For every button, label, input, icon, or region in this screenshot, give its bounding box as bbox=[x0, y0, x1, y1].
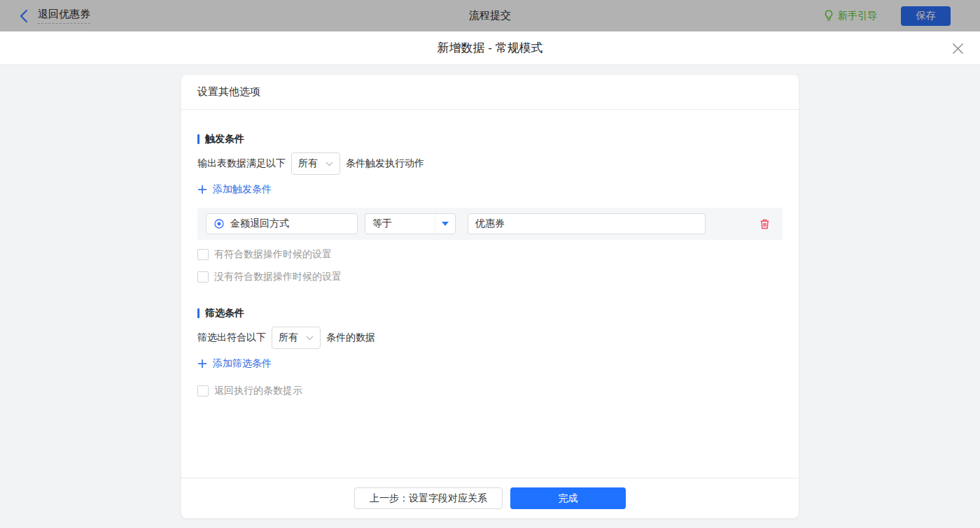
checkbox-icon[interactable] bbox=[197, 385, 209, 397]
modal-header: 新增数据 - 常规模式 bbox=[0, 31, 980, 65]
checkbox-has-match-setting[interactable]: 有符合数据操作时候的设置 bbox=[197, 248, 332, 261]
filter-match-value: 所有 bbox=[279, 331, 298, 344]
filter-sentence: 筛选出符合以下 所有 条件的数据 bbox=[197, 327, 783, 349]
lightbulb-icon bbox=[824, 10, 834, 22]
checkbox-no-match-setting[interactable]: 没有符合数据操作时候的设置 bbox=[197, 271, 342, 283]
trigger-sentence-prefix: 输出表数据满足以下 bbox=[197, 157, 286, 170]
chevron-down-icon bbox=[306, 336, 314, 341]
filter-sentence-prefix: 筛选出符合以下 bbox=[197, 331, 266, 344]
topbar: 退回优惠券 流程提交 新手引导 保存 bbox=[0, 0, 980, 31]
trigger-match-value: 所有 bbox=[298, 157, 318, 170]
trigger-condition-row: 金额退回方式 等于 优惠券 bbox=[197, 208, 783, 240]
trigger-sentence: 输出表数据满足以下 所有 条件触发执行动作 bbox=[197, 152, 783, 175]
caret-down-icon bbox=[435, 214, 455, 234]
condition-value-input[interactable]: 优惠券 bbox=[468, 213, 706, 234]
back-chevron-icon bbox=[20, 9, 28, 23]
topbar-left: 退回优惠券 bbox=[20, 8, 90, 24]
checkbox-count-tip[interactable]: 返回执行的条数提示 bbox=[197, 385, 302, 397]
panel-header: 设置其他选项 bbox=[181, 75, 799, 110]
panel-footer: 上一步：设置字段对应关系 完成 bbox=[181, 478, 799, 518]
delete-condition-button[interactable] bbox=[758, 217, 771, 230]
checkbox-icon[interactable] bbox=[197, 271, 209, 283]
checkbox-icon[interactable] bbox=[197, 249, 209, 260]
add-trigger-condition-label: 添加触发条件 bbox=[213, 183, 272, 196]
filter-match-select[interactable]: 所有 bbox=[272, 327, 321, 349]
settings-panel: 设置其他选项 触发条件 输出表数据满足以下 所有 条件触发执行动作 bbox=[181, 75, 799, 518]
finish-button[interactable]: 完成 bbox=[510, 487, 626, 509]
condition-operator-select[interactable]: 等于 bbox=[365, 213, 456, 234]
back-button[interactable] bbox=[20, 9, 28, 23]
trigger-match-select[interactable]: 所有 bbox=[291, 152, 340, 175]
section-marker bbox=[197, 134, 200, 144]
chevron-down-icon bbox=[326, 162, 333, 166]
add-filter-condition-label: 添加筛选条件 bbox=[213, 357, 272, 370]
filter-section-label: 筛选条件 bbox=[205, 307, 244, 320]
plus-icon bbox=[197, 359, 207, 369]
filter-section-title: 筛选条件 bbox=[197, 307, 783, 320]
save-button[interactable]: 保存 bbox=[901, 6, 951, 26]
screen: 退回优惠券 流程提交 新手引导 保存 新增数据 - 常规模式 设置其他选项 bbox=[0, 0, 980, 528]
condition-value-text: 优惠券 bbox=[475, 217, 505, 230]
close-button[interactable] bbox=[951, 41, 965, 55]
modal-title: 新增数据 - 常规模式 bbox=[437, 40, 542, 56]
trigger-section-label: 触发条件 bbox=[205, 133, 244, 145]
trigger-section-title: 触发条件 bbox=[197, 133, 783, 145]
radio-option-icon bbox=[214, 218, 225, 229]
trash-icon bbox=[759, 218, 771, 230]
page-title: 流程提交 bbox=[0, 9, 980, 22]
plus-icon bbox=[197, 185, 207, 194]
trigger-sentence-suffix: 条件触发执行动作 bbox=[346, 157, 424, 170]
condition-field-value: 金额退回方式 bbox=[230, 217, 289, 230]
panel-content: 触发条件 输出表数据满足以下 所有 条件触发执行动作 bbox=[181, 110, 799, 478]
flow-name-label[interactable]: 退回优惠券 bbox=[38, 8, 90, 24]
prev-step-button[interactable]: 上一步：设置字段对应关系 bbox=[354, 487, 503, 509]
add-trigger-condition-link[interactable]: 添加触发条件 bbox=[197, 183, 272, 196]
checkbox-label: 返回执行的条数提示 bbox=[214, 385, 302, 397]
section-marker bbox=[197, 308, 200, 318]
add-filter-condition-link[interactable]: 添加筛选条件 bbox=[197, 357, 272, 370]
condition-operator-value: 等于 bbox=[365, 217, 435, 230]
condition-field-select[interactable]: 金额退回方式 bbox=[206, 213, 358, 234]
topbar-right: 新手引导 保存 bbox=[824, 6, 951, 26]
guide-button[interactable]: 新手引导 bbox=[824, 10, 877, 22]
modal-body: 设置其他选项 触发条件 输出表数据满足以下 所有 条件触发执行动作 bbox=[0, 65, 980, 528]
guide-label: 新手引导 bbox=[838, 10, 877, 22]
checkbox-label: 没有符合数据操作时候的设置 bbox=[214, 271, 342, 283]
filter-sentence-suffix: 条件的数据 bbox=[326, 331, 375, 344]
close-icon bbox=[952, 43, 964, 55]
checkbox-label: 有符合数据操作时候的设置 bbox=[214, 248, 332, 261]
